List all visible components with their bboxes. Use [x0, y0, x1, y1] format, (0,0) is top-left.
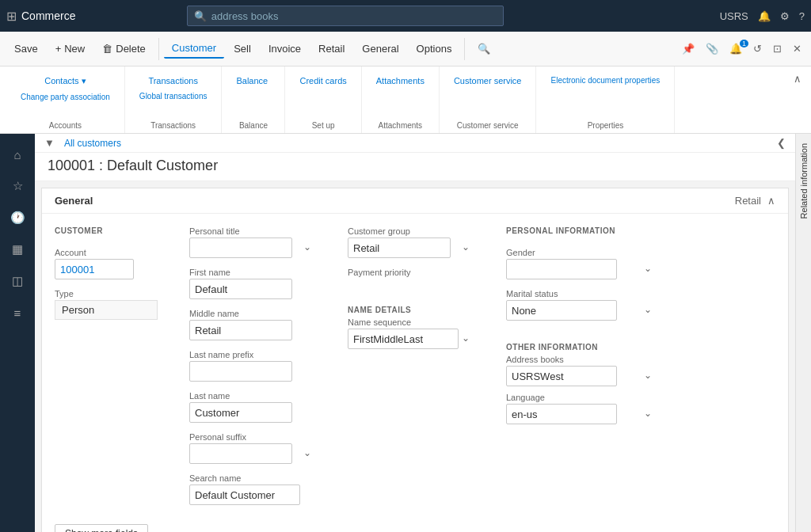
search-bar[interactable]: 🔍 — [187, 6, 504, 26]
grid-icon[interactable]: ⊞ — [6, 9, 17, 24]
personal-suffix-label: Personal suffix — [189, 432, 316, 442]
nav-all[interactable]: ≡ — [3, 298, 32, 327]
ribbon-group-balance: Balance Balance — [222, 66, 285, 133]
delete-button[interactable]: 🗑 Delete — [94, 40, 154, 58]
general-section: General Retail ∧ CUSTOMER Account — [41, 188, 789, 532]
type-value: Person — [55, 300, 158, 320]
refresh-icon[interactable]: ↺ — [750, 41, 765, 56]
notifications-icon[interactable]: 🔔1 — [726, 41, 745, 56]
personal-title-field: Personal title — [189, 226, 316, 258]
form-area: General Retail ∧ CUSTOMER Account — [35, 181, 795, 532]
personal-suffix-field: Personal suffix — [189, 432, 316, 464]
type-field: Type Person — [55, 289, 158, 320]
ribbon-global-transactions[interactable]: Global transactions — [135, 90, 212, 102]
retail-tab[interactable]: Retail — [310, 40, 352, 58]
personal-title-select-wrapper — [189, 238, 316, 258]
ribbon: Contacts ▾ Change party association Acco… — [0, 66, 811, 134]
ribbon-items-accounts: Contacts ▾ Change party association — [16, 70, 115, 118]
personal-info-title: PERSONAL INFORMATION — [506, 226, 657, 235]
main-content: ▼ All customers ❮ 100001 : Default Custo… — [35, 134, 795, 532]
search-input[interactable] — [211, 10, 497, 22]
language-select[interactable]: en-us — [506, 404, 617, 424]
gender-label: Gender — [506, 248, 657, 257]
options-tab[interactable]: Options — [409, 40, 460, 58]
search-name-input[interactable] — [189, 484, 300, 505]
search-button[interactable]: 🔍 — [470, 40, 498, 58]
ribbon-label-setup: Set up — [295, 118, 351, 130]
last-name-prefix-input[interactable] — [189, 361, 292, 382]
show-more-button[interactable]: Show more fields — [55, 524, 148, 532]
ribbon-credit-cards[interactable]: Credit cards — [295, 74, 351, 87]
sell-tab[interactable]: Sell — [226, 40, 259, 58]
invoice-tab[interactable]: Invoice — [261, 40, 309, 58]
account-input[interactable] — [55, 259, 134, 279]
last-name-prefix-field: Last name prefix — [189, 350, 316, 382]
ribbon-collapse-icon[interactable]: ∧ — [790, 71, 805, 86]
bell-icon[interactable]: 🔔 — [758, 10, 771, 22]
gender-select[interactable] — [506, 259, 617, 279]
ribbon-group-attachments: Attachments Attachments — [362, 66, 440, 133]
search-icon: 🔍 — [194, 10, 207, 22]
top-bar: ⊞ Commerce 🔍 USRS 🔔 ⚙ ? — [0, 0, 811, 32]
gear-icon[interactable]: ⚙ — [780, 10, 790, 22]
maximize-icon[interactable]: ⊡ — [770, 41, 785, 56]
filter-icon[interactable]: ▼ — [41, 135, 58, 150]
last-name-prefix-label: Last name prefix — [189, 350, 316, 359]
new-button[interactable]: + New — [48, 40, 93, 58]
general-section-right: Retail ∧ — [735, 195, 775, 207]
collapse-general-icon[interactable]: ∧ — [767, 195, 775, 207]
name-details-section: NAME DETAILS Name sequence FirstMiddleLa… — [348, 306, 474, 349]
ribbon-transactions[interactable]: Transactions — [135, 74, 212, 87]
user-label: USRS — [720, 10, 748, 22]
nav-favorites[interactable]: ☆ — [3, 172, 32, 200]
language-label: Language — [506, 393, 657, 402]
nav-home[interactable]: ⌂ — [3, 140, 32, 169]
collapse-left-icon[interactable]: ❮ — [774, 135, 789, 150]
close-icon[interactable]: ✕ — [790, 41, 805, 56]
personal-title-label: Personal title — [189, 226, 316, 236]
nav-modules[interactable]: ◫ — [3, 267, 32, 295]
breadcrumb[interactable]: All customers — [64, 138, 121, 149]
pin-icon[interactable]: 📌 — [679, 41, 698, 56]
address-books-wrapper: USRSWest — [506, 366, 657, 386]
general-tab[interactable]: General — [354, 40, 406, 58]
help-icon[interactable]: ? — [799, 10, 805, 22]
personal-suffix-select[interactable] — [189, 443, 292, 464]
ribbon-group-customer-service: Customer service Customer service — [440, 66, 537, 133]
middle-name-field: Middle name — [189, 309, 316, 340]
last-name-input[interactable] — [189, 402, 292, 423]
account-field: Account — [55, 248, 158, 279]
save-button[interactable]: Save — [6, 40, 46, 58]
customer-group-select[interactable]: Retail — [348, 238, 451, 258]
right-panel[interactable]: Related information — [795, 134, 811, 532]
nav-workspaces[interactable]: ▦ — [3, 235, 32, 264]
address-books-select[interactable]: USRSWest — [506, 366, 617, 386]
ribbon-attachments[interactable]: Attachments — [371, 74, 429, 87]
personal-column: Personal title First name — [189, 226, 316, 505]
customer-tab[interactable]: Customer — [164, 39, 224, 59]
marital-status-select[interactable]: None — [506, 300, 617, 321]
first-name-input[interactable] — [189, 279, 292, 299]
personal-title-select[interactable] — [189, 238, 292, 258]
office-icon[interactable]: 📎 — [702, 41, 722, 56]
ribbon-contacts[interactable]: Contacts ▾ — [16, 74, 115, 88]
customer-group-label: Customer group — [348, 226, 474, 236]
account-label: Account — [55, 248, 158, 257]
ribbon-group-setup: Credit cards Set up — [285, 66, 361, 133]
name-sequence-label: Name sequence — [348, 317, 474, 327]
gender-select-wrapper — [506, 259, 657, 279]
nav-recent[interactable]: 🕐 — [3, 203, 32, 232]
ribbon-label-accounts: Accounts — [16, 118, 115, 130]
personal-suffix-select-wrapper — [189, 443, 316, 464]
ribbon-customer-service[interactable]: Customer service — [449, 74, 527, 87]
main-layout: ⌂ ☆ 🕐 ▦ ◫ ≡ ▼ All customers ❮ 100001 : D… — [0, 134, 811, 532]
general-section-header[interactable]: General Retail ∧ — [42, 188, 788, 214]
type-label: Type — [55, 289, 158, 298]
name-sequence-select[interactable]: FirstMiddleLast — [348, 329, 459, 349]
ribbon-electronic-doc[interactable]: Electronic document properties — [546, 74, 664, 86]
ribbon-change-party[interactable]: Change party association — [16, 91, 115, 103]
customer-title: CUSTOMER — [55, 226, 158, 238]
ribbon-balance[interactable]: Balance — [231, 74, 272, 87]
general-section-title: General — [55, 195, 93, 207]
middle-name-input[interactable] — [189, 320, 292, 340]
